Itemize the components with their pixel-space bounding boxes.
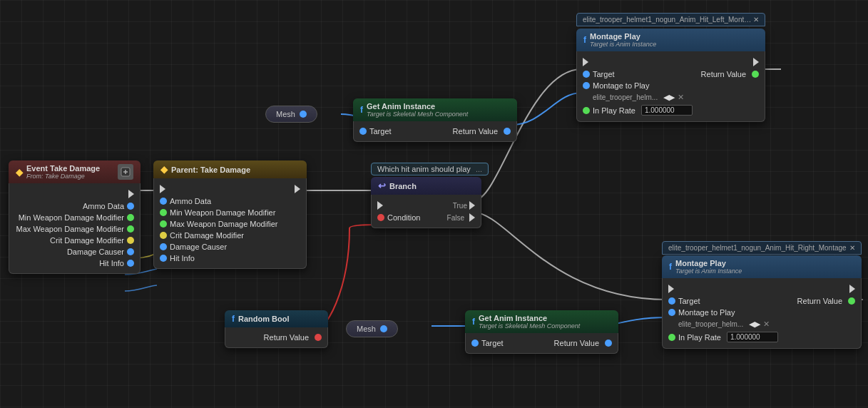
which-hit-expand-icon[interactable]: ... — [476, 165, 482, 173]
montage-top-montage-value: elite_trooper_helm... — [593, 93, 658, 101]
branch-condition-pin — [377, 214, 384, 221]
montage-bot-montage-value: elite_trooper_helm... — [678, 320, 743, 328]
montage-top-rate-input[interactable] — [641, 105, 693, 116]
event-body: Ammo Data Min Weapon Damage Modifier Max… — [9, 183, 141, 274]
exec-out-pin — [128, 190, 134, 198]
get-anim-top-subtitle: Target is Skeletal Mesh Component — [367, 111, 468, 118]
parent-damage-pin — [160, 243, 167, 250]
montage-bot-rate-pin — [668, 334, 675, 341]
montage-top-clear-icon[interactable]: ✕ — [678, 93, 684, 102]
parent-damage-label: Damage Causer — [170, 243, 227, 251]
montage-top-title: Montage Play — [590, 32, 656, 41]
montage-bot-window: elite_trooper_helmet1_nogun_Anim_Hit_Rig… — [662, 241, 862, 255]
branch-true-pin — [469, 201, 475, 210]
event-maxweapon-label: Max Weapon Damage Modifier — [15, 225, 124, 233]
montage-bot-body: Target Return Value Montage to Play elit… — [662, 278, 862, 349]
parent-title: Parent: Take Damage — [171, 165, 250, 174]
event-damage-row: Damage Causer — [9, 246, 140, 257]
parent-crit-pin — [160, 232, 167, 239]
event-hitinfo-label: Hit Info — [15, 259, 124, 267]
montage-bot-target-row: Target Return Value — [663, 295, 861, 307]
parent-crit-label: Crit Damage Modifier — [170, 231, 244, 240]
parent-maxweapon-pin — [160, 220, 167, 228]
montage-top-subtitle: Target is Anim Instance — [590, 41, 656, 48]
parent-exec-row — [154, 183, 306, 195]
parent-minweapon-row: Min Weapon Damage Modifier — [154, 207, 306, 218]
random-bool-return-pin — [315, 334, 322, 341]
get-anim-top-target-label: Target — [369, 127, 392, 136]
montage-top-montage-row: Montage to Play — [577, 80, 765, 91]
event-hitinfo-pin — [127, 260, 134, 267]
montage-bot-title: Montage Play — [675, 259, 742, 267]
montage-top-return-label: Return Value — [701, 70, 746, 78]
get-anim-bot-row: Target Return Value — [466, 337, 618, 349]
montage-top-header: f Montage Play Target is Anim Instance — [576, 29, 765, 51]
branch-exec-row: True — [372, 199, 481, 212]
parent-header: ◆ Parent: Take Damage — [153, 160, 307, 178]
montage-top-montage-label: Montage to Play — [593, 81, 650, 90]
which-hit-anim-comment: Which hit anim should play ... — [371, 163, 489, 175]
random-bool-return-row: Return Value — [225, 332, 327, 343]
montage-top-exec-out — [753, 58, 759, 66]
get-anim-top-body: Target Return Value — [353, 121, 517, 142]
random-bool-f-icon: f — [232, 314, 235, 324]
get-anim-top-node: f Get Anim Instance Target is Skeletal M… — [353, 98, 517, 142]
montage-bot-arrow-icons[interactable]: ◀▶ — [749, 320, 760, 329]
get-anim-bot-header: f Get Anim Instance Target is Skeletal M… — [465, 310, 618, 333]
montage-bot-montage-pin — [668, 309, 675, 316]
montage-bot-montage-row: Montage to Play — [663, 307, 861, 318]
get-anim-bot-title: Get Anim Instance — [479, 314, 580, 322]
montage-bot-exec-row — [663, 282, 861, 295]
parent-exec-out — [295, 185, 300, 193]
random-bool-title: Random Bool — [238, 315, 290, 323]
montage-bot-exec-out — [849, 285, 855, 293]
montage-bot-f-icon: f — [669, 262, 672, 272]
montage-bot-montage-label: Montage to Play — [678, 308, 735, 317]
parent-exec-in — [160, 185, 165, 193]
montage-bot-return-pin — [848, 297, 855, 305]
montage-top-rate-pin — [583, 107, 590, 114]
montage-top-window: elite_trooper_helmet1_nogun_Anim_Hit_Lef… — [576, 13, 765, 26]
montage-top-close-icon[interactable]: ✕ — [753, 16, 759, 24]
get-anim-bot-node: f Get Anim Instance Target is Skeletal M… — [465, 310, 618, 354]
parent-ammo-pin — [160, 198, 167, 205]
event-minweapon-label: Min Weapon Damage Modifier — [15, 213, 124, 222]
get-anim-bot-f-icon: f — [472, 317, 475, 327]
montage-top-arrow-icons[interactable]: ◀▶ — [663, 93, 675, 102]
montage-bot-rate-input[interactable] — [727, 332, 778, 342]
parent-hitinfo-row: Hit Info — [154, 253, 306, 264]
montage-top-montage-value-row: elite_trooper_helm... ◀▶ ✕ — [577, 91, 765, 103]
montage-bot-close-icon[interactable]: ✕ — [849, 244, 855, 252]
parent-minweapon-label: Min Weapon Damage Modifier — [170, 208, 275, 217]
event-damage-label: Damage Causer — [15, 248, 124, 256]
get-anim-top-target-pin — [359, 128, 367, 135]
random-bool-return-label: Return Value — [231, 333, 309, 342]
montage-bot-clear-icon[interactable]: ✕ — [763, 320, 770, 329]
event-maxweapon-pin — [127, 225, 134, 233]
parent-crit-row: Crit Damage Modifier — [154, 230, 306, 241]
event-take-damage-node: ◆ Event Take Damage From: Take Damage Am… — [9, 160, 141, 274]
event-minweapon-row: Min Weapon Damage Modifier — [9, 212, 140, 223]
event-ammo-pin — [127, 203, 134, 210]
get-anim-bot-body: Target Return Value — [465, 333, 618, 354]
montage-bot-header: f Montage Play Target is Anim Instance — [662, 255, 862, 278]
montage-bot-return-label: Return Value — [797, 297, 842, 305]
montage-top-body: Target Return Value Montage to Play elit… — [576, 51, 765, 122]
montage-top-exec-in — [583, 58, 588, 66]
montage-top-target-pin — [583, 71, 590, 78]
montage-bot-target-pin — [668, 297, 675, 305]
random-bool-node: f Random Bool Return Value — [225, 310, 328, 348]
montage-top-target-row: Target Return Value — [577, 68, 765, 80]
parent-minweapon-pin — [160, 209, 167, 216]
get-anim-bot-target-label: Target — [481, 339, 504, 347]
branch-true-label: True — [453, 202, 467, 210]
parent-hitinfo-pin — [160, 255, 167, 262]
montage-bot-subtitle: Target is Anim Instance — [675, 267, 742, 275]
event-minweapon-pin — [127, 214, 134, 221]
get-anim-top-return-label: Return Value — [453, 127, 498, 136]
get-anim-top-row: Target Return Value — [354, 126, 516, 137]
montage-top-rate-row: In Play Rate — [577, 103, 765, 117]
montage-top-montage-pin — [583, 82, 590, 89]
parent-take-damage-node: ◆ Parent: Take Damage Ammo Data Min Weap… — [153, 160, 307, 269]
event-icon-badge — [118, 164, 133, 180]
